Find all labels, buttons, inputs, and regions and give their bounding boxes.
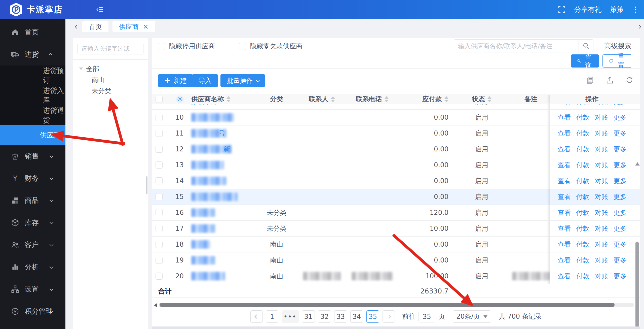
query-button[interactable]: 查询: [571, 54, 599, 68]
col-header-status[interactable]: 状态: [451, 95, 512, 104]
row-checkbox[interactable]: [156, 104, 163, 105]
sidebar-item-finance[interactable]: ¥ 财务: [0, 167, 65, 189]
row-checkbox[interactable]: [156, 273, 163, 280]
goto-page-input[interactable]: [419, 311, 435, 322]
row-checkbox[interactable]: [156, 161, 163, 169]
close-icon[interactable]: ×: [143, 23, 148, 30]
sidebar-item-inventory[interactable]: 库存: [0, 212, 65, 234]
sidebar-item-purchase-inbound[interactable]: 进货入库: [0, 85, 65, 105]
tabs-scroll-left-icon[interactable]: [75, 25, 79, 29]
action-link-查看[interactable]: 查看: [558, 240, 571, 249]
sidebar-item-purchase[interactable]: 进货: [0, 43, 65, 65]
action-link-付款[interactable]: 付款: [576, 145, 589, 154]
action-link-更多[interactable]: 更多: [614, 240, 627, 249]
row-checkbox[interactable]: [156, 146, 163, 153]
sidebar-item-sales[interactable]: 销售: [0, 145, 65, 167]
action-link-付款[interactable]: 付款: [576, 161, 589, 170]
scroll-up-icon[interactable]: [635, 162, 640, 166]
row-checkbox[interactable]: [156, 177, 163, 184]
page-button-33[interactable]: 33: [334, 310, 347, 323]
action-link-对账[interactable]: 对账: [595, 129, 608, 138]
action-link-查看[interactable]: 查看: [558, 192, 571, 201]
tree-expand-icon[interactable]: [79, 68, 83, 70]
supplier-name[interactable]: 新: [191, 145, 232, 153]
supplier-search-input[interactable]: [454, 40, 579, 52]
col-header-contact[interactable]: 联系人: [293, 95, 351, 104]
supplier-name[interactable]: [191, 272, 225, 280]
sidebar-item-goods[interactable]: 商品: [0, 189, 65, 212]
sidebar-item-analysis[interactable]: 分析: [0, 256, 65, 278]
action-link-更多[interactable]: 更多: [614, 256, 627, 265]
sidebar-collapse-icon[interactable]: [95, 5, 105, 15]
action-link-付款[interactable]: 付款: [576, 240, 589, 249]
sort-icon[interactable]: [331, 96, 335, 102]
hide-zero-debt-checkbox[interactable]: 隐藏零欠款供应商: [239, 42, 302, 51]
advanced-search-link[interactable]: 高级搜索: [604, 41, 631, 50]
action-link-查看[interactable]: 查看: [558, 113, 571, 122]
sidebar-item-customers[interactable]: 客户: [0, 234, 65, 256]
select-all-checkbox[interactable]: [156, 96, 163, 103]
row-checkbox[interactable]: [156, 257, 163, 264]
action-link-付款[interactable]: 付款: [576, 208, 589, 217]
supplier-name[interactable]: [191, 177, 226, 185]
gear-icon[interactable]: [176, 95, 184, 103]
action-link-对账[interactable]: 对账: [595, 177, 608, 185]
horizontal-scrollbar[interactable]: [152, 303, 640, 307]
action-link-付款[interactable]: 付款: [576, 272, 589, 281]
prev-page-button[interactable]: [250, 310, 263, 323]
action-link-对账[interactable]: 对账: [595, 240, 608, 249]
hide-disabled-checkbox[interactable]: 隐藏停用供应商: [158, 42, 215, 51]
row-checkbox[interactable]: [156, 114, 163, 121]
supplier-name[interactable]: [191, 161, 224, 169]
action-link-付款[interactable]: 付款: [576, 104, 589, 106]
batch-operations-button[interactable]: 批量操作: [220, 74, 265, 87]
action-link-更多[interactable]: 更多: [614, 224, 627, 233]
page-button-31[interactable]: 31: [302, 310, 315, 323]
action-link-查看[interactable]: 查看: [558, 224, 571, 233]
row-checkbox[interactable]: [156, 193, 163, 200]
tab-home[interactable]: 首页: [82, 21, 108, 32]
action-link-对账[interactable]: 对账: [595, 224, 608, 233]
checkbox-icon[interactable]: [239, 43, 246, 50]
sidebar-item-purchase-return[interactable]: 进货退货: [0, 105, 65, 125]
action-link-付款[interactable]: 付款: [576, 177, 589, 185]
scrollbar-track[interactable]: [159, 303, 634, 307]
row-checkbox[interactable]: [156, 209, 163, 216]
action-link-更多[interactable]: 更多: [614, 161, 627, 170]
action-link-更多[interactable]: 更多: [614, 272, 627, 281]
supplier-name[interactable]: [191, 113, 234, 122]
checkbox-icon[interactable]: [158, 43, 165, 50]
page-button-32[interactable]: 32: [318, 310, 331, 323]
search-button[interactable]: [579, 40, 593, 52]
action-link-对账[interactable]: 对账: [595, 145, 608, 154]
action-link-更多[interactable]: 更多: [614, 104, 627, 106]
action-link-对账[interactable]: 对账: [595, 208, 608, 217]
supplier-name[interactable]: [191, 224, 215, 233]
action-link-付款[interactable]: 付款: [576, 113, 589, 122]
sidebar-item-purchase-preorder[interactable]: 进货预订: [0, 65, 65, 85]
new-supplier-button[interactable]: + 新建: [158, 74, 193, 87]
tree-node-all[interactable]: 全部: [79, 63, 148, 74]
action-link-对账[interactable]: 对账: [595, 256, 608, 265]
action-link-付款[interactable]: 付款: [576, 256, 589, 265]
tab-supplier[interactable]: 供应商 ×: [112, 21, 155, 32]
action-link-更多[interactable]: 更多: [614, 113, 627, 122]
action-link-对账[interactable]: 对账: [595, 104, 608, 106]
action-link-对账[interactable]: 对账: [595, 161, 608, 170]
col-header-name[interactable]: 供应商名称: [187, 95, 260, 104]
sidebar-item-supplier[interactable]: 供应商: [0, 125, 65, 145]
action-link-查看[interactable]: 查看: [558, 104, 571, 106]
action-link-更多[interactable]: 更多: [614, 145, 627, 154]
supplier-name[interactable]: [191, 256, 215, 265]
sort-icon[interactable]: [444, 96, 448, 102]
refresh-icon[interactable]: [625, 76, 633, 84]
col-header-payable[interactable]: 应付款: [394, 95, 451, 104]
action-link-查看[interactable]: 查看: [558, 208, 571, 217]
sort-icon[interactable]: [226, 96, 231, 102]
sidebar-item-settings[interactable]: 设置: [0, 278, 65, 300]
row-checkbox[interactable]: [156, 225, 163, 232]
sidebar-item-points[interactable]: 积分管理: [0, 300, 65, 322]
action-link-更多[interactable]: 更多: [614, 208, 627, 217]
action-link-付款[interactable]: 付款: [576, 129, 589, 138]
name-fragment[interactable]: 象俱乐部: [191, 104, 217, 106]
